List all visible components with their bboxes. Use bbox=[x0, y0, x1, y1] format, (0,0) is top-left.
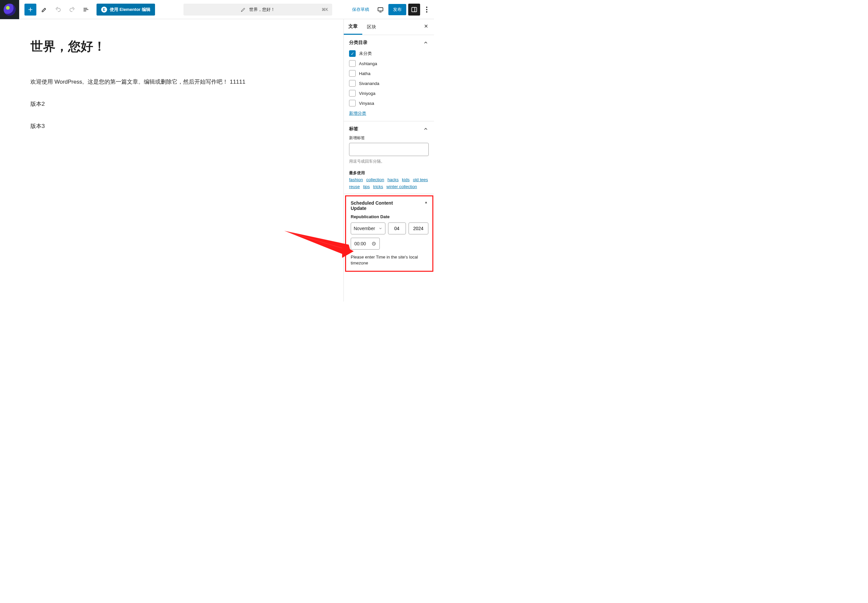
shortcut-hint: ⌘K bbox=[321, 7, 328, 12]
post-paragraph[interactable]: 版本2 bbox=[31, 99, 255, 108]
time-value: 00:00 bbox=[354, 241, 366, 246]
title-bar-text: 世界，您好！ bbox=[249, 7, 275, 12]
close-icon bbox=[423, 23, 429, 29]
month-select[interactable]: November bbox=[351, 223, 385, 234]
category-label: Sivananda bbox=[359, 81, 379, 86]
most-used-heading: 最多使用 bbox=[349, 170, 429, 176]
category-label: Vinyasa bbox=[359, 101, 374, 106]
checkbox[interactable]: ✓ bbox=[349, 50, 356, 57]
outline-button[interactable] bbox=[80, 4, 92, 15]
post-paragraph[interactable]: 欢迎使用 WordPress。这是您的第一篇文章。编辑或删除它，然后开始写作吧！… bbox=[31, 77, 255, 86]
chevron-up-icon bbox=[423, 40, 429, 46]
post-paragraph[interactable]: 版本3 bbox=[31, 122, 255, 131]
chevron-up-icon bbox=[423, 126, 429, 132]
tags-heading: 标签 bbox=[349, 126, 358, 132]
editor-canvas[interactable]: 世界，您好！ 欢迎使用 WordPress。这是您的第一篇文章。编辑或删除它，然… bbox=[0, 19, 343, 302]
undo-icon bbox=[55, 6, 62, 13]
tag-hint: 用逗号或回车分隔。 bbox=[349, 159, 429, 164]
redo-icon bbox=[69, 6, 76, 13]
tag-link[interactable]: reuse bbox=[349, 184, 360, 189]
plus-icon bbox=[27, 6, 34, 13]
top-toolbar: E 使用 Elementor 编辑 世界，您好！ ⌘K 保存草稿 发布 bbox=[0, 0, 434, 19]
categories-toggle[interactable]: 分类目录 bbox=[349, 40, 429, 46]
new-tag-label: 新增标签 bbox=[349, 135, 429, 141]
category-label: 未分类 bbox=[359, 51, 372, 57]
site-logo[interactable] bbox=[0, 0, 19, 19]
logo-icon bbox=[4, 4, 15, 15]
sidebar-tabs: 文章 区块 bbox=[344, 19, 434, 35]
time-input[interactable]: 00:00 bbox=[351, 238, 380, 250]
triangle-up-icon: ▲ bbox=[425, 200, 428, 204]
tag-input[interactable] bbox=[349, 143, 429, 156]
elementor-edit-button[interactable]: E 使用 Elementor 编辑 bbox=[97, 4, 155, 15]
save-draft-button[interactable]: 保存草稿 bbox=[349, 4, 372, 15]
category-item[interactable]: Hatha bbox=[349, 70, 429, 77]
category-label: Viniyoga bbox=[359, 91, 375, 96]
category-label: Hatha bbox=[359, 71, 371, 76]
scheduled-toggle[interactable]: Scheduled Content Update ▲ bbox=[351, 200, 428, 211]
tab-post[interactable]: 文章 bbox=[344, 19, 362, 35]
checkbox[interactable] bbox=[349, 100, 356, 107]
elementor-icon: E bbox=[101, 7, 107, 12]
add-block-button[interactable] bbox=[25, 4, 36, 15]
scheduled-content-update-panel: Scheduled Content Update ▲ Republication… bbox=[345, 195, 433, 272]
tag-link[interactable]: winter collection bbox=[386, 184, 417, 189]
sidebar-icon bbox=[411, 6, 417, 13]
tab-block[interactable]: 区块 bbox=[362, 19, 381, 35]
year-input[interactable] bbox=[409, 223, 428, 234]
sidebar-toggle-button[interactable] bbox=[408, 4, 420, 15]
settings-sidebar: 文章 区块 分类目录 ✓未分类AshtangaHathaSivanandaVin… bbox=[343, 19, 434, 302]
tag-link[interactable]: tips bbox=[363, 184, 370, 189]
elementor-label: 使用 Elementor 编辑 bbox=[110, 7, 150, 12]
tag-link[interactable]: hacks bbox=[388, 177, 398, 182]
checkbox[interactable] bbox=[349, 90, 356, 97]
tags-toggle[interactable]: 标签 bbox=[349, 126, 429, 132]
svg-rect-0 bbox=[378, 8, 383, 11]
tag-cloud: fashioncollectionhackskidsold teesreuset… bbox=[349, 177, 429, 189]
republication-date-label: Republication Date bbox=[351, 214, 428, 219]
tag-link[interactable]: tricks bbox=[373, 184, 383, 189]
undo-button[interactable] bbox=[52, 4, 64, 15]
tag-link[interactable]: fashion bbox=[349, 177, 363, 182]
scheduled-heading: Scheduled Content Update bbox=[351, 200, 400, 211]
category-item[interactable]: Ashtanga bbox=[349, 60, 429, 67]
list-icon bbox=[83, 6, 89, 13]
title-command-bar[interactable]: 世界，您好！ ⌘K bbox=[184, 4, 332, 15]
month-value: November bbox=[354, 226, 375, 231]
categories-heading: 分类目录 bbox=[349, 40, 368, 46]
tag-link[interactable]: kids bbox=[402, 177, 409, 182]
chevron-down-icon bbox=[378, 226, 382, 230]
pen-icon bbox=[241, 7, 246, 12]
category-item[interactable]: Sivananda bbox=[349, 80, 429, 87]
svg-rect-1 bbox=[412, 7, 417, 12]
desktop-icon bbox=[377, 6, 384, 13]
tag-link[interactable]: collection bbox=[366, 177, 384, 182]
day-input[interactable] bbox=[388, 223, 406, 234]
checkbox[interactable] bbox=[349, 70, 356, 77]
checkbox[interactable] bbox=[349, 60, 356, 67]
close-sidebar-button[interactable] bbox=[421, 22, 431, 32]
tag-link[interactable]: old tees bbox=[413, 177, 428, 182]
tags-panel: 标签 新增标签 用逗号或回车分隔。 最多使用 fashioncollection… bbox=[344, 121, 434, 194]
category-item[interactable]: ✓未分类 bbox=[349, 50, 429, 57]
edit-mode-button[interactable] bbox=[39, 4, 50, 15]
more-options-button[interactable] bbox=[422, 4, 431, 15]
preview-button[interactable] bbox=[374, 4, 386, 15]
add-category-link[interactable]: 新增分类 bbox=[349, 110, 366, 116]
timezone-note: Please enter Time in the site's local ti… bbox=[351, 254, 428, 266]
pencil-icon bbox=[41, 6, 48, 13]
category-label: Ashtanga bbox=[359, 61, 377, 66]
categories-panel: 分类目录 ✓未分类AshtangaHathaSivanandaViniyogaV… bbox=[344, 35, 434, 121]
checkbox[interactable] bbox=[349, 80, 356, 87]
clock-icon bbox=[372, 241, 376, 246]
category-item[interactable]: Viniyoga bbox=[349, 90, 429, 97]
publish-button[interactable]: 发布 bbox=[388, 4, 406, 15]
category-item[interactable]: Vinyasa bbox=[349, 100, 429, 107]
post-title[interactable]: 世界，您好！ bbox=[31, 39, 255, 54]
redo-button[interactable] bbox=[66, 4, 78, 15]
